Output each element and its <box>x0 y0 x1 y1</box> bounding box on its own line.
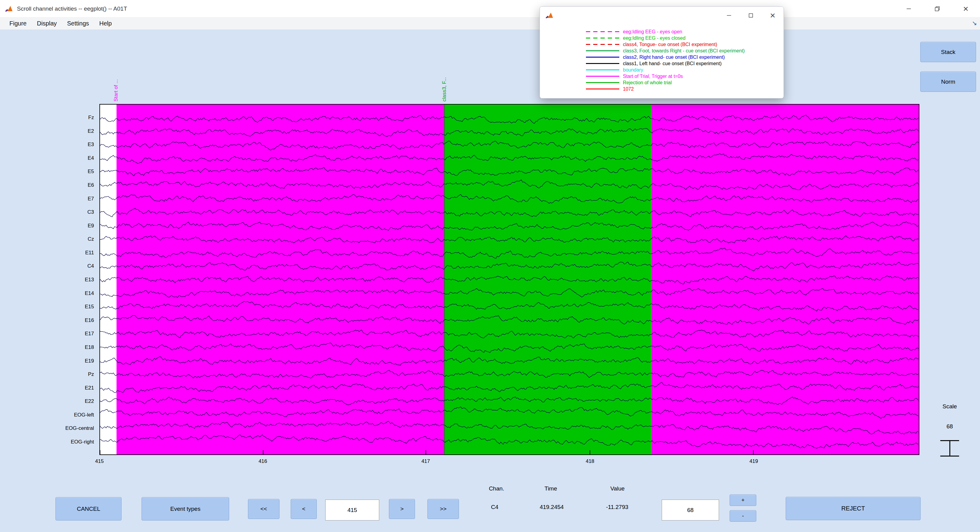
legend-close-button[interactable]: × <box>762 7 784 24</box>
legend-item-label: 1072 <box>623 86 634 92</box>
legend-line-sample <box>586 38 619 38</box>
scale-value: 68 <box>926 423 974 430</box>
channel-label-E19[interactable]: E19 <box>0 358 94 364</box>
norm-button[interactable]: Norm <box>920 72 976 92</box>
minimize-button[interactable] <box>894 0 923 18</box>
channel-label-E22[interactable]: E22 <box>0 398 94 405</box>
menu-figure[interactable]: Figure <box>4 20 32 27</box>
channel-label-E14[interactable]: E14 <box>0 290 94 297</box>
legend-minimize-button[interactable] <box>718 7 740 24</box>
channel-label-E9[interactable]: E9 <box>0 223 94 229</box>
back-button[interactable]: < <box>291 499 317 519</box>
fast-back-button[interactable]: << <box>248 499 280 519</box>
legend-line-sample <box>586 82 619 83</box>
time-header: Time <box>527 485 575 492</box>
channel-label-C4[interactable]: C4 <box>0 263 94 269</box>
menu-help[interactable]: Help <box>94 20 117 27</box>
scale-down-button[interactable]: - <box>730 510 756 522</box>
scale-input[interactable] <box>662 500 719 521</box>
legend-item-label: class3, Foot, towards Right - cue onset … <box>623 48 745 54</box>
value-header: Value <box>593 485 642 492</box>
channel-label-Cz[interactable]: Cz <box>0 236 94 242</box>
channel-label-E2[interactable]: E2 <box>0 128 94 135</box>
event-marker-label: Start of ... <box>113 79 119 102</box>
close-icon: × <box>963 4 969 13</box>
matlab-icon <box>545 11 554 20</box>
window-controls: × <box>894 0 980 18</box>
time-readout: 419.2454 <box>527 504 576 510</box>
legend-line-sample <box>586 63 619 64</box>
legend-list: eeg:Idling EEG - eyes openeeg:Idling EEG… <box>586 29 781 92</box>
app-window: Scroll channel activities -- eegplot() -… <box>0 0 980 532</box>
legend-item: boundary <box>586 67 781 73</box>
channel-label-Pz[interactable]: Pz <box>0 371 94 378</box>
stack-button[interactable]: Stack <box>920 42 976 62</box>
legend-line-sample <box>586 69 619 70</box>
legend-line-sample <box>586 44 619 45</box>
scale-up-button[interactable]: + <box>730 494 756 506</box>
channel-label-E18[interactable]: E18 <box>0 344 94 351</box>
legend-line-sample <box>586 89 619 89</box>
legend-item: eeg:Idling EEG - eyes closed <box>586 35 781 41</box>
close-button[interactable]: × <box>951 0 980 18</box>
legend-item: eeg:Idling EEG - eyes open <box>586 29 781 35</box>
legend-item-label: eeg:Idling EEG - eyes open <box>623 29 682 35</box>
legend-line-sample <box>586 57 619 57</box>
channel-label-E6[interactable]: E6 <box>0 182 94 188</box>
channel-label-E17[interactable]: E17 <box>0 330 94 337</box>
restore-button[interactable] <box>923 0 951 18</box>
scale-label: Scale <box>926 403 974 410</box>
x-tick-label-416: 416 <box>259 458 267 464</box>
plot-area[interactable] <box>99 104 920 455</box>
event-types-button[interactable]: Event types <box>142 497 229 521</box>
cancel-button[interactable]: CANCEL <box>56 497 122 521</box>
channel-label-E13[interactable]: E13 <box>0 276 94 283</box>
channel-label-E4[interactable]: E4 <box>0 155 94 162</box>
channel-label-EOG-right[interactable]: EOG-right <box>0 439 94 445</box>
x-tick-label-418: 418 <box>585 458 594 464</box>
legend-maximize-button[interactable] <box>740 7 762 24</box>
channel-label-C3[interactable]: C3 <box>0 209 94 215</box>
event-marker-label: class3, F... <box>441 77 447 102</box>
legend-item-label: boundary <box>623 67 643 73</box>
channel-label-E5[interactable]: E5 <box>0 168 94 175</box>
channel-label-E15[interactable]: E15 <box>0 303 94 310</box>
legend-item-label: Start of Trial, Trigger at t=0s <box>623 74 683 79</box>
legend-line-sample <box>586 31 619 32</box>
legend-item: Rejection of whole trial <box>586 80 781 86</box>
channel-label-E21[interactable]: E21 <box>0 385 94 391</box>
legend-item-label: eeg:Idling EEG - eyes closed <box>623 35 686 41</box>
channel-label-EOG-left[interactable]: EOG-left <box>0 412 94 418</box>
x-tick-label-417: 417 <box>422 458 430 464</box>
scale-indicator <box>940 440 959 457</box>
fast-forward-button[interactable]: >> <box>427 499 459 519</box>
channel-label-E16[interactable]: E16 <box>0 317 94 324</box>
eeg-plot-canvas[interactable] <box>100 105 919 454</box>
channel-label-E7[interactable]: E7 <box>0 196 94 202</box>
legend-item: 1072 <box>586 86 781 92</box>
menu-bar: FigureDisplaySettingsHelp ↘ <box>0 18 980 30</box>
chan-header: Chan. <box>472 485 521 492</box>
legend-item: class2, Right hand- cue onset (BCI exper… <box>586 54 781 61</box>
x-tick-label-415: 415 <box>95 458 103 464</box>
legend-window: × eeg:Idling EEG - eyes openeeg:Idling E… <box>539 6 784 99</box>
reject-button[interactable]: REJECT <box>786 497 921 520</box>
legend-item-label: class2, Right hand- cue onset (BCI exper… <box>623 54 725 60</box>
legend-item: class1, Left hand- cue onset (BCI experi… <box>586 61 781 67</box>
x-tick-label-419: 419 <box>749 458 758 464</box>
legend-item: Start of Trial, Trigger at t=0s <box>586 73 781 80</box>
legend-line-sample <box>586 50 619 51</box>
channel-label-EOG-central[interactable]: EOG-central <box>0 425 94 432</box>
dock-figure-icon[interactable]: ↘ <box>972 19 977 27</box>
channel-label-Fz[interactable]: Fz <box>0 114 94 121</box>
forward-button[interactable]: > <box>389 499 415 519</box>
menu-display[interactable]: Display <box>32 20 62 27</box>
menu-settings[interactable]: Settings <box>62 20 94 27</box>
legend-title-bar[interactable]: × <box>540 7 784 24</box>
legend-line-sample <box>586 76 619 77</box>
time-input[interactable] <box>325 500 379 521</box>
value-readout: -11.2793 <box>593 504 641 510</box>
channel-label-E11[interactable]: E11 <box>0 250 94 256</box>
legend-item-label: class1, Left hand- cue onset (BCI experi… <box>623 61 722 66</box>
channel-label-E3[interactable]: E3 <box>0 141 94 148</box>
